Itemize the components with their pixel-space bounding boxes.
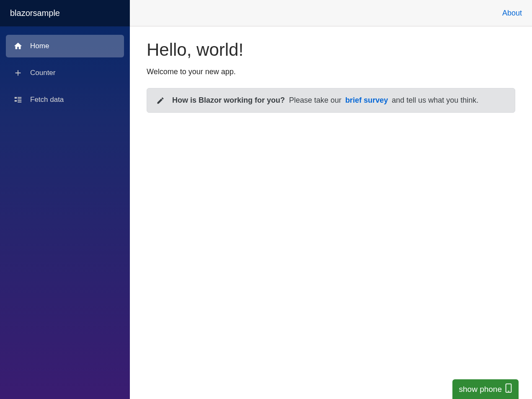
content: Hello, world! Welcome to your new app. H… xyxy=(130,26,532,123)
survey-prefix: Please take our xyxy=(289,96,341,104)
welcome-text: Welcome to your new app. xyxy=(147,67,515,76)
sidebar: blazorsample Home Counter Fetch data xyxy=(0,0,130,399)
survey-link[interactable]: brief survey xyxy=(345,96,388,104)
sidebar-item-fetch-data[interactable]: Fetch data xyxy=(6,88,124,111)
sidebar-item-home[interactable]: Home xyxy=(6,35,124,57)
page-title: Hello, world! xyxy=(147,40,515,60)
sidebar-item-label: Home xyxy=(30,42,49,50)
survey-suffix: and tell us what you think. xyxy=(392,96,478,104)
home-icon xyxy=(13,41,23,51)
survey-bold: How is Blazor working for you? xyxy=(172,96,285,104)
top-row: About xyxy=(130,0,532,26)
sidebar-nav: Home Counter Fetch data xyxy=(0,26,130,115)
main-area: About Hello, world! Welcome to your new … xyxy=(130,0,532,399)
about-link[interactable]: About xyxy=(502,9,522,18)
sidebar-item-label: Counter xyxy=(30,69,55,77)
show-phone-button[interactable]: show phone xyxy=(452,379,519,399)
list-icon xyxy=(13,95,23,104)
sidebar-item-label: Fetch data xyxy=(30,96,64,104)
sidebar-brand[interactable]: blazorsample xyxy=(0,0,130,26)
sidebar-item-counter[interactable]: Counter xyxy=(6,62,124,84)
brand-label: blazorsample xyxy=(10,8,60,18)
plus-icon xyxy=(13,68,23,78)
show-phone-label: show phone xyxy=(459,385,502,394)
survey-alert: How is Blazor working for you? Please ta… xyxy=(147,88,515,113)
pencil-icon xyxy=(156,96,165,105)
phone-icon xyxy=(505,383,512,395)
survey-text: How is Blazor working for you? Please ta… xyxy=(172,96,478,105)
